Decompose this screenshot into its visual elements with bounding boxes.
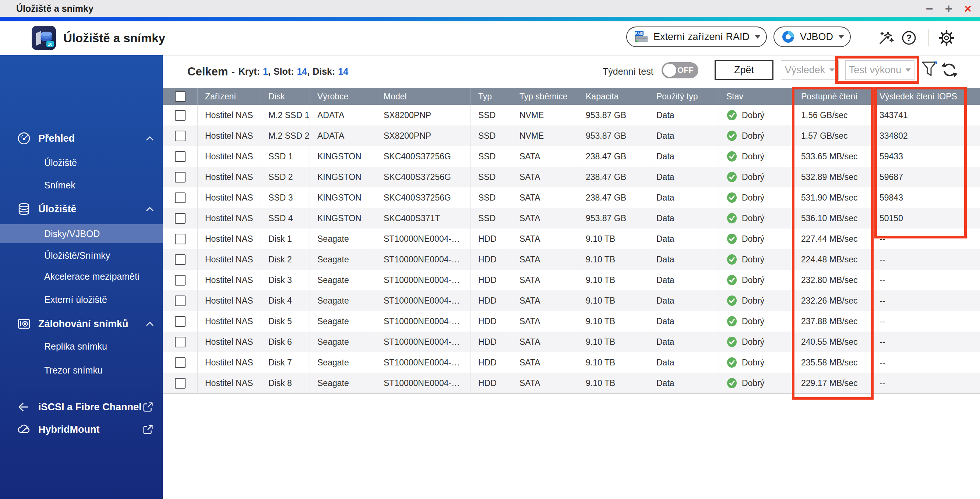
sidebar-item-snimek[interactable]: Snímek — [0, 176, 163, 194]
table-row[interactable]: Hostitel NASSSD 4KINGSTONSKC400S371TSSDS… — [163, 208, 980, 229]
col-header-read-iops[interactable]: Výsledek čtení IOPS — [872, 88, 980, 105]
cell-capacity: 953.87 GB — [578, 208, 649, 229]
performance-test-button-label: Test výkonu — [849, 64, 902, 76]
row-checkbox[interactable] — [175, 337, 186, 347]
sidebar-section-zalohovani-snimku[interactable]: Zálohování snímků — [0, 315, 163, 333]
table-row[interactable]: Hostitel NASSSD 1KINGSTONSKC400S37256GSS… — [163, 146, 980, 167]
cell-capacity: 238.47 GB — [578, 187, 649, 208]
refresh-icon[interactable] — [941, 61, 958, 79]
table-row[interactable]: Hostitel NASDisk 7SeagateST10000NE0004-…… — [163, 352, 980, 373]
row-checkbox[interactable] — [175, 378, 186, 389]
col-header-model[interactable]: Model — [376, 88, 471, 105]
row-checkbox[interactable] — [175, 254, 186, 265]
row-checkbox[interactable] — [175, 234, 186, 244]
minimize-button[interactable]: − — [922, 0, 937, 17]
cell-read-iops: -- — [872, 229, 980, 249]
cell-seq-read: 536.10 MB/sec — [794, 208, 872, 229]
performance-test-dropdown-button[interactable]: Test výkonu — [845, 60, 915, 80]
cell-device: Hostitel NAS — [198, 290, 261, 311]
cell-disk: Disk 4 — [261, 290, 310, 311]
table-row[interactable]: Hostitel NASDisk 2SeagateST10000NE0004-…… — [163, 249, 980, 270]
table-row[interactable]: Hostitel NASDisk 4SeagateST10000NE0004-…… — [163, 290, 980, 311]
col-header-bus-type[interactable]: Typ sběrnice — [512, 88, 578, 105]
sidebar-item-hybridmount[interactable]: HybridMount — [0, 420, 163, 439]
status-ok-icon — [726, 130, 737, 141]
sidebar-item-akcelerace-mezipameti[interactable]: Akcelerace mezipaměti — [0, 267, 163, 286]
svg-text:RAID: RAID — [635, 32, 643, 35]
sidebar-item-replika-snimku[interactable]: Replika snímku — [0, 337, 163, 356]
table-row[interactable]: Hostitel NASDisk 6SeagateST10000NE0004-…… — [163, 332, 980, 352]
disk-table: Zařízení Disk Výrobce Model Typ Typ sběr… — [163, 88, 980, 394]
back-button[interactable]: Zpět — [714, 60, 773, 80]
help-icon[interactable]: ? — [900, 29, 917, 46]
weekly-test-toggle[interactable]: OFF — [662, 62, 698, 78]
table-row[interactable]: Hostitel NASDisk 1SeagateST10000NE0004-…… — [163, 229, 980, 249]
col-header-capacity[interactable]: Kapacita — [578, 88, 649, 105]
row-checkbox[interactable] — [175, 275, 186, 286]
chevron-up-icon[interactable] — [146, 136, 154, 141]
col-header-vendor[interactable]: Výrobce — [310, 88, 376, 105]
close-button[interactable]: × — [960, 0, 975, 17]
cell-bus-type: SATA — [512, 249, 578, 270]
sidebar: Přehled Úložiště Snímek Úložiště — [0, 55, 163, 499]
settings-gear-icon[interactable] — [938, 29, 955, 46]
table-row[interactable]: Hostitel NASSSD 2KINGSTONSKC400S37256GSS… — [163, 167, 980, 187]
row-checkbox[interactable] — [175, 151, 186, 162]
vjbod-dropdown[interactable]: VJBOD — [773, 27, 851, 47]
sidebar-item-label: iSCSI a Fibre Channel — [38, 402, 142, 413]
table-row[interactable]: Hostitel NASDisk 3SeagateST10000NE0004-…… — [163, 270, 980, 290]
col-header-status[interactable]: Stav — [719, 88, 794, 105]
col-header-seq-read[interactable]: Postupné čtení — [794, 88, 872, 105]
col-header-used-type[interactable]: Použitý typ — [649, 88, 719, 105]
cell-bus-type: SATA — [512, 208, 578, 229]
filter-icon[interactable] — [921, 60, 938, 79]
row-checkbox[interactable] — [175, 110, 186, 121]
cell-capacity: 953.87 GB — [578, 126, 649, 146]
sidebar-item-iscsi-fibre-channel[interactable]: iSCSI a Fibre Channel — [0, 398, 163, 416]
row-checkbox[interactable] — [175, 192, 186, 203]
table-row[interactable]: Hostitel NASDisk 5SeagateST10000NE0004-…… — [163, 311, 980, 332]
result-dropdown-button[interactable]: Výsledek — [781, 60, 838, 80]
external-raid-device-dropdown[interactable]: RAID Externí zařízení RAID — [626, 27, 767, 47]
col-header-type[interactable]: Typ — [471, 88, 512, 105]
table-row[interactable]: Hostitel NASM.2 SSD 2ADATASX8200PNPSSDNV… — [163, 126, 980, 146]
cell-capacity: 9.10 TB — [578, 332, 649, 352]
cell-seq-read: 532.89 MB/sec — [794, 167, 872, 187]
cell-disk: SSD 1 — [261, 146, 310, 167]
row-checkbox[interactable] — [175, 172, 186, 183]
cell-disk: SSD 2 — [261, 167, 310, 187]
sidebar-item-trezor-snimku[interactable]: Trezor snímku — [0, 361, 163, 380]
cell-model: ST10000NE0004-… — [376, 332, 471, 352]
col-header-disk[interactable]: Disk — [261, 88, 310, 105]
status-cell: Dobrý — [719, 311, 794, 332]
cell-model: ST10000NE0004-… — [376, 229, 471, 249]
table-row[interactable]: Hostitel NASDisk 8SeagateST10000NE0004-…… — [163, 373, 980, 393]
sidebar-item-externi-uloziste[interactable]: Externí úložiště — [0, 290, 163, 309]
sidebar-section-prehled[interactable]: Přehled — [0, 129, 163, 148]
table-header-row: Zařízení Disk Výrobce Model Typ Typ sběr… — [163, 88, 980, 105]
sidebar-item-disky-vjbod[interactable]: Disky/VJBOD — [0, 224, 163, 243]
row-checkbox-cell — [163, 249, 198, 270]
status-label: Dobrý — [742, 275, 764, 285]
sidebar-item-uloziste-overview[interactable]: Úložiště — [0, 153, 163, 172]
status-label: Dobrý — [742, 213, 764, 223]
cell-vendor: Seagate — [310, 332, 376, 352]
table-body: Hostitel NASM.2 SSD 1ADATASX8200PNPSSDNV… — [163, 105, 980, 393]
sidebar-section-uloziste[interactable]: Úložiště — [0, 200, 163, 218]
maximize-button[interactable]: + — [941, 0, 956, 17]
col-header-device[interactable]: Zařízení — [198, 88, 261, 105]
row-checkbox[interactable] — [175, 213, 186, 224]
cell-used-type: Data — [649, 270, 719, 290]
cell-used-type: Data — [649, 352, 719, 373]
chevron-up-icon[interactable] — [146, 321, 154, 326]
row-checkbox[interactable] — [175, 296, 186, 306]
table-row[interactable]: Hostitel NASSSD 3KINGSTONSKC400S37256GSS… — [163, 187, 980, 208]
wizard-wand-icon[interactable] — [877, 29, 894, 46]
sidebar-item-uloziste-snimky[interactable]: Úložiště/Snímky — [0, 246, 163, 265]
table-row[interactable]: Hostitel NASM.2 SSD 1ADATASX8200PNPSSDNV… — [163, 105, 980, 126]
chevron-up-icon[interactable] — [146, 207, 154, 211]
select-all-checkbox[interactable] — [175, 91, 186, 102]
row-checkbox[interactable] — [175, 316, 186, 327]
row-checkbox[interactable] — [175, 357, 186, 368]
row-checkbox[interactable] — [175, 130, 186, 141]
